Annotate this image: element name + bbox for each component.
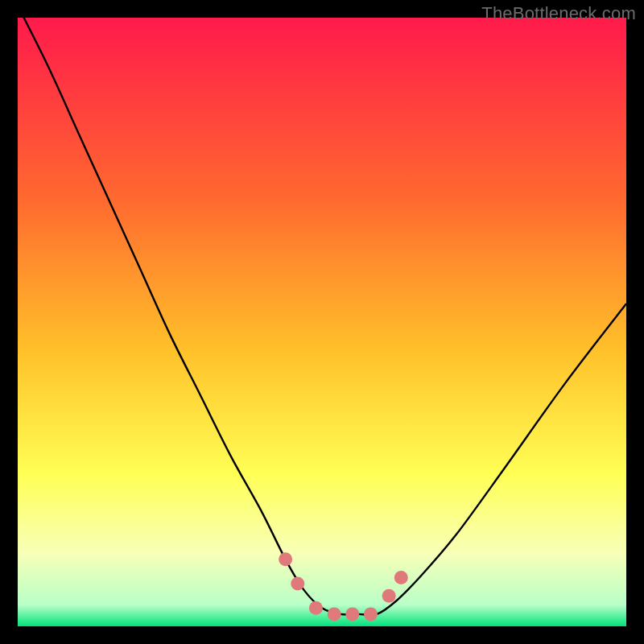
chart-frame: TheBottleneck.com	[0, 0, 644, 644]
highlight-marker	[364, 607, 378, 621]
highlight-marker	[394, 571, 408, 584]
highlight-marker	[382, 589, 396, 603]
chart-svg	[18, 18, 626, 626]
highlight-marker	[345, 607, 359, 621]
watermark-label: TheBottleneck.com	[481, 3, 636, 24]
highlight-marker	[279, 552, 292, 566]
plot-area	[18, 18, 626, 626]
highlight-marker	[291, 577, 304, 591]
gradient-background	[18, 18, 626, 626]
highlight-marker	[328, 607, 341, 621]
highlight-marker	[309, 601, 323, 615]
